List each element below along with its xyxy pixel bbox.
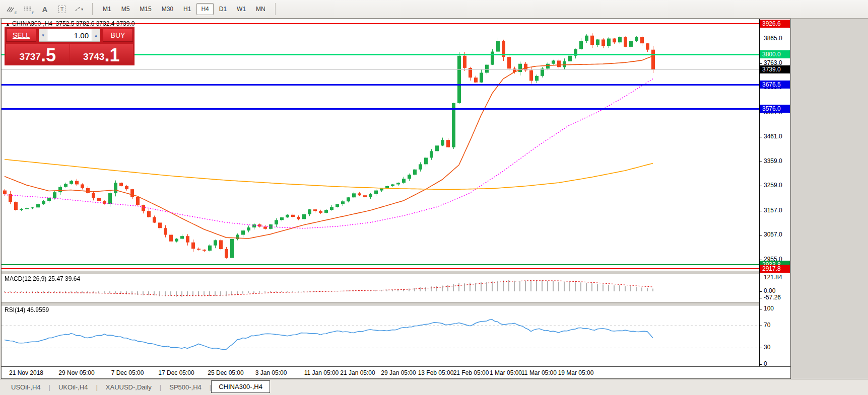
panel-splitter[interactable] (2, 302, 790, 305)
axis-tick-mark (760, 291, 762, 292)
arrows-tool-icon[interactable]: ▾ (72, 3, 87, 16)
price-tick-label: 3461.0 (764, 133, 782, 140)
icon-badge-e: E (15, 11, 17, 15)
text-label-icon[interactable]: A (37, 3, 52, 16)
macd-label: MACD(12,26,9) 25.47 39.64 (5, 275, 80, 282)
date-label: 13 Feb 05:00 (418, 369, 454, 376)
time-axis[interactable]: 21 Nov 201829 Nov 05:007 Dec 05:0017 Dec… (2, 366, 790, 378)
price-level-badge: 3676.5 (760, 81, 790, 89)
trading-terminal: E F A T ▾ (0, 0, 868, 395)
timeframe-button-m5[interactable]: M5 (117, 3, 135, 15)
axis-tick-mark (760, 211, 762, 211)
date-label: 21 Jan 05:00 (340, 369, 375, 376)
sell-price-main: 3737 (20, 50, 41, 63)
timeframe-button-d1[interactable]: D1 (215, 3, 231, 15)
price-tick-label: 3359.0 (764, 157, 782, 165)
timeframe-button-m1[interactable]: M1 (98, 3, 116, 15)
timeframe-button-h1[interactable]: H1 (179, 3, 195, 15)
top-toolbar: E F A T ▾ (0, 0, 868, 19)
rsi-tick-label: 70 (764, 322, 770, 329)
chart-ohlc-text: CHINA300-,H4 3752.5 3782.6 3732.4 3739.0 (12, 20, 135, 27)
date-label: 29 Nov 05:00 (58, 369, 94, 376)
axis-tick-mark (760, 162, 762, 162)
date-label: 3 Jan 05:00 (255, 369, 287, 376)
sell-button[interactable]: SELL (6, 29, 36, 42)
chart-tab-ukoil-h4[interactable]: UKOil-,H4 (50, 381, 96, 393)
date-label: 17 Dec 05:00 (158, 369, 194, 376)
chart-tab-xauusd-daily[interactable]: XAUUSD-,Daily (98, 381, 160, 393)
timeframe-button-m15[interactable]: M15 (135, 3, 156, 15)
volume-stepper: ▾ 1.00 ▴ (39, 29, 100, 42)
double-arrow-icon (75, 6, 80, 13)
chart-tab-sp500-h4[interactable]: SP500-,H4 (161, 381, 210, 393)
macd-tick-label: 0.00 (764, 287, 775, 294)
date-label: 21 Nov 2018 (9, 369, 43, 376)
price-level-badge: 3800.0 (760, 50, 790, 58)
date-label: 7 Dec 05:00 (111, 369, 144, 376)
axis-tick-mark (760, 364, 762, 365)
rsi-label: RSI(14) 46.9559 (5, 306, 49, 313)
drawing-tools-group: E F A T ▾ (0, 0, 90, 18)
price-level-badge: 3926.6 (760, 20, 790, 28)
chart-tab-usoil-h4[interactable]: USOil-,H4 (3, 381, 49, 393)
timeframe-buttons-group: M1M5M15M30H1H4D1W1MN (96, 0, 273, 18)
dotted-grid-icon (24, 6, 32, 13)
price-level-badge: 2917.8 (760, 265, 790, 273)
buy-price-main: 3743 (83, 50, 104, 63)
volume-decrease-button[interactable]: ▾ (39, 29, 47, 42)
trade-prices-row: 3737.5 3743.1 (6, 44, 133, 64)
price-tick-label: 3057.0 (764, 231, 782, 238)
axis-tick-mark (760, 235, 762, 235)
volume-increase-button[interactable]: ▴ (92, 29, 100, 42)
toolbar-separator (275, 3, 276, 15)
axis-tick-mark (760, 63, 762, 64)
price-tick-label: 3157.0 (764, 207, 782, 214)
rsi-tick-label: 30 (764, 344, 770, 351)
chart-tab-china300-h4[interactable]: CHINA300-,H4 (211, 380, 270, 393)
chart-window: ▲CHINA300-,H4 3752.5 3782.6 3732.4 3739.… (1, 19, 791, 379)
timeframe-button-w1[interactable]: W1 (232, 3, 250, 15)
price-axis[interactable]: 3865.03763.03663.03561.03461.03359.03259… (759, 19, 790, 378)
symbol-arrow-icon: ▲ (6, 22, 10, 27)
axis-tick-mark (760, 39, 762, 39)
axis-tick-mark (760, 298, 762, 298)
axis-tick-mark (760, 137, 762, 137)
sell-price[interactable]: 3737.5 (6, 44, 70, 64)
chart-ohlc-header: ▲CHINA300-,H4 3752.5 3782.6 3732.4 3739.… (6, 20, 135, 27)
letter-a-icon: A (42, 5, 48, 14)
axis-tick-mark (760, 326, 762, 326)
price-tick-label: 3259.0 (764, 182, 782, 189)
date-label: 11 Jan 05:00 (304, 369, 339, 376)
trade-controls-row: SELL ▾ 1.00 ▴ BUY (6, 28, 133, 42)
icon-badge-f: F (32, 11, 34, 15)
buy-price[interactable]: 3743.1 (70, 44, 133, 64)
buy-price-frac: .1 (104, 47, 119, 63)
indicator-template-icon[interactable]: E (3, 3, 18, 16)
macd-panel: MACD(12,26,9) 25.47 39.64 (2, 274, 759, 302)
macd-tick-label: -57.26 (764, 294, 781, 301)
timeframe-button-h4[interactable]: H4 (196, 3, 213, 15)
macd-canvas[interactable] (2, 274, 759, 302)
axis-tick-mark (760, 278, 762, 278)
panel-splitter[interactable] (2, 271, 790, 274)
timeframe-button-mn[interactable]: MN (251, 3, 270, 15)
rsi-panel: RSI(14) 46.9559 (2, 305, 759, 366)
grid-pattern-icon[interactable]: F (20, 3, 35, 16)
macd-tick-label: 121.84 (764, 274, 782, 281)
date-label: 1 Mar 05:00 (490, 369, 522, 376)
buy-button[interactable]: BUY (103, 29, 133, 42)
volume-input[interactable]: 1.00 (47, 29, 92, 42)
price-tick-label: 3865.0 (764, 35, 782, 42)
letter-t-icon: T (58, 6, 66, 13)
axis-tick-mark (760, 260, 762, 260)
price-level-badge: 3576.0 (760, 105, 790, 113)
axis-tick-mark (760, 186, 762, 186)
timeframe-button-m30[interactable]: M30 (157, 3, 178, 15)
date-label: 29 Jan 05:00 (381, 369, 416, 376)
chevron-down-icon: ▾ (81, 7, 83, 12)
chart-tab-bar: USOil-,H4|UKOil-,H4|XAUUSD-,Daily|SP500-… (0, 379, 868, 395)
toolbar-separator (92, 3, 93, 15)
date-label: 21 Feb 05:00 (453, 369, 489, 376)
rsi-canvas[interactable] (2, 305, 759, 366)
text-box-icon[interactable]: T (54, 3, 70, 16)
